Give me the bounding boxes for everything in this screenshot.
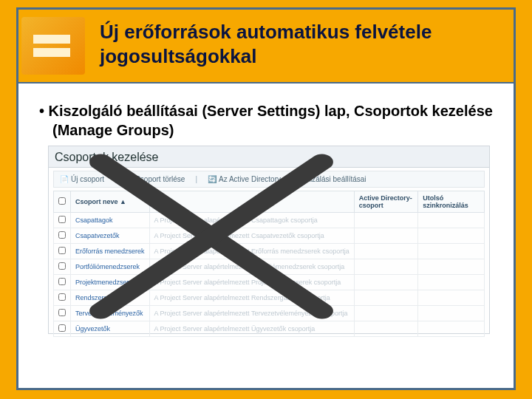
row-ad (354, 228, 418, 244)
row-name[interactable]: Erőforrás menedzserek (71, 244, 150, 259)
row-checkbox[interactable] (54, 259, 71, 275)
row-name[interactable]: Projektmenedzserek (71, 275, 150, 290)
row-last (418, 228, 485, 244)
separator: | (195, 175, 197, 183)
groups-table: Csoport neve ▲ Leírás Active Directory-c… (53, 191, 485, 337)
table-row[interactable]: ÜgyvezetőkA Project Server alapértelmeze… (54, 321, 485, 337)
separator: | (115, 175, 117, 183)
row-last (418, 321, 485, 337)
slide-title: Új erőforrások automatikus felvétele jog… (100, 20, 506, 68)
toolbar: 📄 Új csoport | ✖ Csoport törlése | 🔄 Az … (53, 171, 485, 188)
row-name[interactable]: Csapattagok (71, 213, 150, 228)
row-name[interactable]: Rendszergazdák (71, 290, 150, 306)
row-ad (354, 213, 418, 228)
row-desc: A Project Server alapértelmezett Terveze… (149, 306, 354, 321)
col-last: Utolsó szinkronizálás (418, 191, 485, 213)
row-desc: A Project Server alapértelmezett Portfól… (149, 259, 354, 275)
row-desc: A Project Server alapértelmezett Projekt… (149, 275, 354, 290)
table-row[interactable]: TervezetvéleményezőkA Project Server ala… (54, 306, 485, 321)
row-name[interactable]: Csapatvezetők (71, 228, 150, 244)
row-checkbox[interactable] (54, 275, 71, 290)
row-ad (354, 244, 418, 259)
logo-icon (21, 17, 85, 75)
col-check[interactable] (54, 191, 71, 213)
row-checkbox[interactable] (54, 228, 71, 244)
row-name[interactable]: Tervezetvéleményezők (71, 306, 150, 321)
row-ad (354, 306, 418, 321)
col-ad: Active Directory-csoport (354, 191, 418, 213)
row-ad (354, 275, 418, 290)
table-row[interactable]: ProjektmenedzserekA Project Server alapé… (54, 275, 485, 290)
panel-title: Csoportok kezelése (49, 146, 489, 168)
slide-content: Kiszolgáló beállításai (Server Settings)… (18, 83, 514, 341)
row-checkbox[interactable] (54, 244, 71, 259)
row-last (418, 259, 485, 275)
row-last (418, 213, 485, 228)
slide-header: Új erőforrások automatikus felvétele jog… (18, 10, 514, 83)
bullet-text: Kiszolgáló beállításai (Server Settings)… (39, 101, 500, 140)
table-row[interactable]: CsapatvezetőkA Project Server alapértelm… (54, 228, 485, 244)
row-name[interactable]: Ügyvezetők (71, 321, 150, 337)
ad-sync-button[interactable]: 🔄 Az Active Directory szinkronizálási be… (208, 175, 366, 183)
row-checkbox[interactable] (54, 321, 71, 337)
slide: Új erőforrások automatikus felvétele jog… (16, 7, 516, 390)
row-desc: A Project Server alapértelmezett Ügyveze… (149, 321, 354, 337)
col-desc: Leírás (149, 191, 354, 213)
table-row[interactable]: CsapattagokA Project Server alapértelmez… (54, 213, 485, 228)
col-name[interactable]: Csoport neve ▲ (71, 191, 150, 213)
row-desc: A Project Server alapértelmezett Erőforr… (149, 244, 354, 259)
row-desc: A Project Server alapértelmezett Rendsze… (149, 290, 354, 306)
row-last (418, 290, 485, 306)
row-ad (354, 259, 418, 275)
table-row[interactable]: RendszergazdákA Project Server alapértel… (54, 290, 485, 306)
table-row[interactable]: PortfóliómenedzserekA Project Server ala… (54, 259, 485, 275)
row-last (418, 275, 485, 290)
row-last (418, 244, 485, 259)
table-header-row: Csoport neve ▲ Leírás Active Directory-c… (54, 191, 485, 213)
delete-group-button[interactable]: ✖ Csoport törlése (127, 175, 185, 183)
row-checkbox[interactable] (54, 213, 71, 228)
row-desc: A Project Server alapértelmezett Csapatv… (149, 228, 354, 244)
row-desc: A Project Server alapértelmezett Csapatt… (149, 213, 354, 228)
row-name[interactable]: Portfóliómenedzserek (71, 259, 150, 275)
row-checkbox[interactable] (54, 306, 71, 321)
row-ad (354, 290, 418, 306)
row-last (418, 306, 485, 321)
screenshot-panel: Csoportok kezelése 📄 Új csoport | ✖ Csop… (48, 146, 490, 334)
new-group-button[interactable]: 📄 Új csoport (60, 175, 104, 183)
row-ad (354, 321, 418, 337)
table-row[interactable]: Erőforrás menedzserekA Project Server al… (54, 244, 485, 259)
row-checkbox[interactable] (54, 290, 71, 306)
